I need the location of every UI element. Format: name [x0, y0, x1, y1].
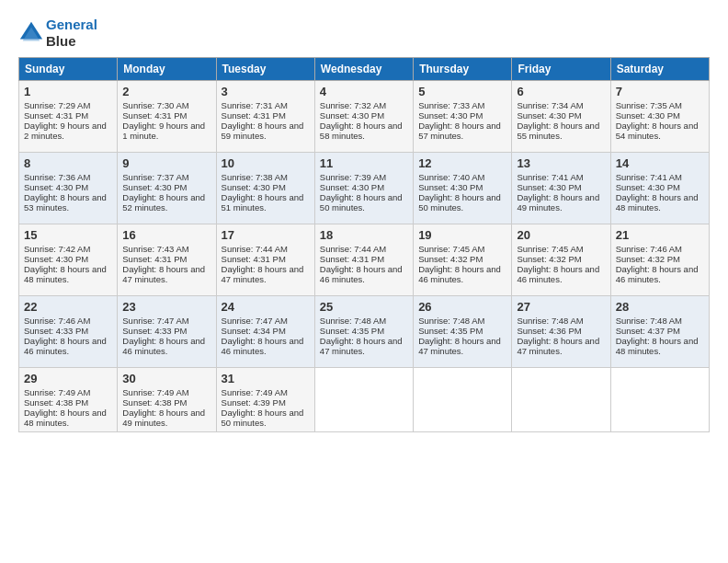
- sunset-text: Sunset: 4:33 PM: [24, 326, 112, 336]
- logo-text: General Blue: [46, 17, 97, 50]
- sunrise-text: Sunrise: 7:46 AM: [24, 316, 112, 326]
- logo: General Blue: [18, 17, 97, 50]
- week-row-4: 22Sunrise: 7:46 AMSunset: 4:33 PMDayligh…: [19, 296, 710, 368]
- week-row-1: 1Sunrise: 7:29 AMSunset: 4:31 PMDaylight…: [19, 81, 710, 153]
- logo-icon: [18, 20, 44, 46]
- day-number: 12: [418, 156, 506, 170]
- calendar-cell: 1Sunrise: 7:29 AMSunset: 4:31 PMDaylight…: [19, 81, 118, 153]
- sunset-text: Sunset: 4:32 PM: [616, 254, 704, 264]
- day-number: 27: [517, 300, 605, 314]
- calendar-cell: 5Sunrise: 7:33 AMSunset: 4:30 PMDaylight…: [414, 81, 512, 153]
- day-number: 2: [122, 85, 210, 98]
- calendar-cell: 19Sunrise: 7:45 AMSunset: 4:32 PMDayligh…: [414, 224, 512, 296]
- daylight-text: Daylight: 8 hours and 48 minutes.: [616, 192, 704, 213]
- day-number: 14: [616, 156, 704, 170]
- calendar-cell: 27Sunrise: 7:48 AMSunset: 4:36 PMDayligh…: [512, 296, 610, 368]
- sunrise-text: Sunrise: 7:45 AM: [418, 244, 506, 254]
- daylight-text: Daylight: 8 hours and 47 minutes.: [517, 336, 605, 356]
- day-number: 22: [24, 300, 112, 314]
- day-number: 5: [418, 85, 506, 98]
- calendar-cell: 4Sunrise: 7:32 AMSunset: 4:30 PMDaylight…: [314, 81, 413, 153]
- sunrise-text: Sunrise: 7:38 AM: [222, 172, 310, 182]
- day-number: 28: [616, 300, 704, 314]
- sunrise-text: Sunrise: 7:31 AM: [222, 100, 310, 110]
- sunset-text: Sunset: 4:36 PM: [517, 326, 605, 336]
- daylight-text: Daylight: 8 hours and 55 minutes.: [517, 121, 605, 141]
- calendar-cell: 20Sunrise: 7:45 AMSunset: 4:32 PMDayligh…: [512, 224, 610, 296]
- day-number: 13: [517, 156, 605, 170]
- day-number: 19: [418, 228, 506, 242]
- week-row-5: 29Sunrise: 7:49 AMSunset: 4:38 PMDayligh…: [19, 368, 710, 432]
- sunset-text: Sunset: 4:30 PM: [24, 254, 112, 264]
- calendar-cell: 13Sunrise: 7:41 AMSunset: 4:30 PMDayligh…: [512, 153, 610, 224]
- day-number: 10: [222, 156, 310, 170]
- daylight-text: Daylight: 8 hours and 46 minutes.: [418, 264, 506, 284]
- sunrise-text: Sunrise: 7:45 AM: [517, 244, 605, 254]
- daylight-text: Daylight: 8 hours and 51 minutes.: [222, 192, 310, 213]
- daylight-text: Daylight: 8 hours and 49 minutes.: [122, 408, 210, 428]
- day-number: 4: [320, 85, 408, 98]
- sunrise-text: Sunrise: 7:40 AM: [418, 172, 506, 182]
- sunset-text: Sunset: 4:38 PM: [24, 397, 112, 408]
- sunrise-text: Sunrise: 7:48 AM: [517, 316, 605, 326]
- daylight-text: Daylight: 8 hours and 48 minutes.: [24, 408, 112, 428]
- daylight-text: Daylight: 8 hours and 52 minutes.: [122, 192, 210, 213]
- calendar-cell: 30Sunrise: 7:49 AMSunset: 4:38 PMDayligh…: [118, 368, 216, 432]
- daylight-text: Daylight: 8 hours and 46 minutes.: [222, 336, 310, 356]
- day-number: 23: [122, 300, 210, 314]
- calendar-cell: 17Sunrise: 7:44 AMSunset: 4:31 PMDayligh…: [216, 224, 314, 296]
- sunrise-text: Sunrise: 7:36 AM: [24, 172, 112, 182]
- calendar-cell: 2Sunrise: 7:30 AMSunset: 4:31 PMDaylight…: [118, 81, 216, 153]
- header: General Blue: [18, 17, 710, 50]
- day-number: 15: [24, 228, 112, 242]
- sunrise-text: Sunrise: 7:37 AM: [122, 172, 210, 182]
- calendar-cell: 24Sunrise: 7:47 AMSunset: 4:34 PMDayligh…: [216, 296, 314, 368]
- sunset-text: Sunset: 4:34 PM: [222, 326, 310, 336]
- daylight-text: Daylight: 8 hours and 50 minutes.: [418, 192, 506, 213]
- calendar-cell: 12Sunrise: 7:40 AMSunset: 4:30 PMDayligh…: [414, 153, 512, 224]
- daylight-text: Daylight: 8 hours and 57 minutes.: [418, 121, 506, 141]
- sunrise-text: Sunrise: 7:29 AM: [24, 100, 112, 110]
- daylight-text: Daylight: 8 hours and 46 minutes.: [616, 264, 704, 284]
- col-header-sunday: Sunday: [19, 58, 118, 81]
- col-header-thursday: Thursday: [414, 58, 512, 81]
- calendar-table: SundayMondayTuesdayWednesdayThursdayFrid…: [18, 57, 710, 432]
- col-header-monday: Monday: [118, 58, 216, 81]
- calendar-cell: 6Sunrise: 7:34 AMSunset: 4:30 PMDaylight…: [512, 81, 610, 153]
- calendar-cell: [414, 368, 512, 432]
- daylight-text: Daylight: 8 hours and 48 minutes.: [616, 336, 704, 356]
- daylight-text: Daylight: 8 hours and 50 minutes.: [320, 192, 408, 213]
- day-number: 17: [222, 228, 310, 242]
- calendar-cell: 26Sunrise: 7:48 AMSunset: 4:35 PMDayligh…: [414, 296, 512, 368]
- calendar-cell: 3Sunrise: 7:31 AMSunset: 4:31 PMDaylight…: [216, 81, 314, 153]
- sunset-text: Sunset: 4:30 PM: [418, 182, 506, 192]
- sunset-text: Sunset: 4:31 PM: [122, 110, 210, 121]
- daylight-text: Daylight: 8 hours and 46 minutes.: [24, 336, 112, 356]
- sunset-text: Sunset: 4:37 PM: [616, 326, 704, 336]
- week-row-3: 15Sunrise: 7:42 AMSunset: 4:30 PMDayligh…: [19, 224, 710, 296]
- sunset-text: Sunset: 4:35 PM: [320, 326, 408, 336]
- page: General Blue SundayMondayTuesdayWednesda…: [0, 0, 728, 563]
- sunrise-text: Sunrise: 7:42 AM: [24, 244, 112, 254]
- sunset-text: Sunset: 4:35 PM: [418, 326, 506, 336]
- sunset-text: Sunset: 4:30 PM: [320, 182, 408, 192]
- day-number: 21: [616, 228, 704, 242]
- sunrise-text: Sunrise: 7:47 AM: [222, 316, 310, 326]
- day-number: 26: [418, 300, 506, 314]
- daylight-text: Daylight: 8 hours and 46 minutes.: [122, 336, 210, 356]
- daylight-text: Daylight: 9 hours and 2 minutes.: [24, 121, 112, 141]
- sunrise-text: Sunrise: 7:49 AM: [24, 387, 112, 397]
- sunrise-text: Sunrise: 7:30 AM: [122, 100, 210, 110]
- daylight-text: Daylight: 8 hours and 59 minutes.: [222, 121, 310, 141]
- sunset-text: Sunset: 4:30 PM: [616, 110, 704, 121]
- calendar-cell: 29Sunrise: 7:49 AMSunset: 4:38 PMDayligh…: [19, 368, 118, 432]
- daylight-text: Daylight: 8 hours and 49 minutes.: [517, 192, 605, 213]
- header-row: SundayMondayTuesdayWednesdayThursdayFrid…: [19, 58, 710, 81]
- daylight-text: Daylight: 8 hours and 46 minutes.: [320, 264, 408, 284]
- day-number: 25: [320, 300, 408, 314]
- calendar-cell: 25Sunrise: 7:48 AMSunset: 4:35 PMDayligh…: [314, 296, 413, 368]
- sunset-text: Sunset: 4:31 PM: [122, 254, 210, 264]
- daylight-text: Daylight: 8 hours and 47 minutes.: [418, 336, 506, 356]
- daylight-text: Daylight: 8 hours and 47 minutes.: [122, 264, 210, 284]
- sunrise-text: Sunrise: 7:41 AM: [616, 172, 704, 182]
